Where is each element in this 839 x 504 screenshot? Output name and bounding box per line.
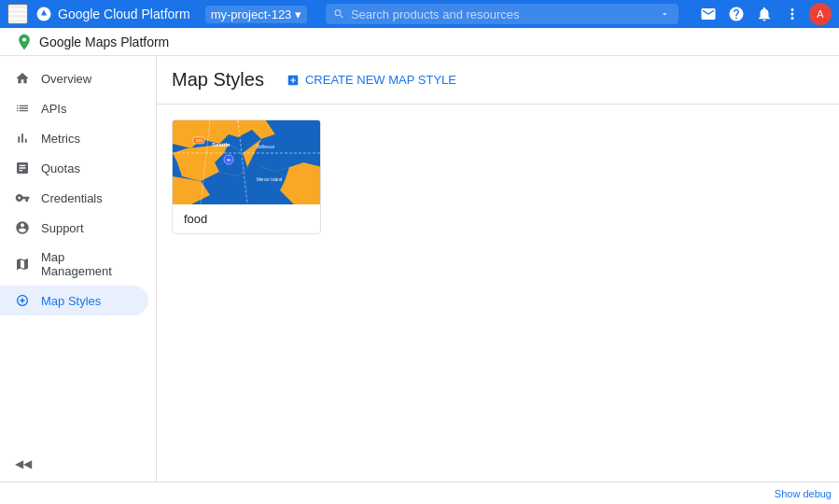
top-header: Google Cloud Platform my-project-123 ▾ A	[0, 0, 839, 28]
search-bar	[326, 4, 678, 24]
map-management-icon	[15, 257, 30, 272]
notifications-icon-button[interactable]	[753, 3, 776, 25]
create-button-label: CREATE NEW MAP STYLE	[305, 73, 456, 87]
main-layout: Overview APIs Metrics Quotas Credentials	[0, 56, 839, 482]
sidebar-item-credentials[interactable]: Credentials	[0, 183, 148, 213]
content-body: Seattle Bellevue Mercer Island 90 520 fo…	[157, 105, 839, 482]
sidebar-item-apis[interactable]: APIs	[0, 93, 148, 123]
create-new-map-style-button[interactable]: CREATE NEW MAP STYLE	[279, 67, 464, 92]
collapse-icon: ◀◀	[15, 457, 32, 470]
map-style-card-food[interactable]: Seattle Bellevue Mercer Island 90 520 fo…	[172, 119, 321, 234]
content-header: Map Styles CREATE NEW MAP STYLE	[157, 56, 839, 105]
svg-text:Bellevue: Bellevue	[257, 144, 274, 149]
sidebar-label-metrics: Metrics	[41, 132, 80, 146]
search-dropdown-icon[interactable]	[659, 7, 671, 21]
sidebar-label-map-management: Map Management	[41, 250, 133, 278]
map-style-name: food	[173, 204, 320, 233]
gmp-title: Google Maps Platform	[39, 35, 169, 49]
search-icon	[333, 7, 345, 21]
sidebar-item-support[interactable]: Support	[0, 213, 148, 243]
sidebar-item-overview[interactable]: Overview	[0, 63, 148, 93]
user-avatar[interactable]: A	[809, 3, 832, 25]
sidebar: Overview APIs Metrics Quotas Credentials	[0, 56, 157, 482]
hamburger-menu-button[interactable]	[7, 4, 28, 24]
sidebar-item-map-management[interactable]: Map Management	[0, 243, 148, 286]
project-name: my-project-123	[211, 7, 292, 21]
credentials-icon	[15, 190, 30, 205]
gcp-logo: Google Cloud Platform	[35, 6, 190, 22]
help-icon-button[interactable]	[725, 3, 748, 25]
svg-rect-1	[9, 13, 26, 15]
gmp-logo: Google Maps Platform	[15, 33, 169, 51]
content-area: Map Styles CREATE NEW MAP STYLE	[157, 56, 839, 482]
dropdown-chevron: ▾	[295, 7, 301, 21]
show-debug-link[interactable]: Show debug	[775, 488, 832, 499]
gcp-title: Google Cloud Platform	[58, 7, 190, 21]
sidebar-label-map-styles: Map Styles	[41, 294, 101, 308]
metrics-icon	[15, 131, 30, 146]
map-style-preview: Seattle Bellevue Mercer Island 90 520	[173, 120, 321, 204]
project-selector[interactable]: my-project-123 ▾	[205, 6, 308, 23]
add-icon	[287, 74, 300, 87]
sidebar-item-quotas[interactable]: Quotas	[0, 153, 148, 183]
svg-point-4	[22, 37, 26, 41]
sidebar-item-metrics[interactable]: Metrics	[0, 123, 148, 153]
svg-rect-2	[9, 18, 26, 20]
search-input[interactable]	[351, 7, 654, 21]
maps-logo-icon	[15, 33, 34, 51]
page-title: Map Styles	[172, 69, 264, 91]
quotas-icon	[15, 161, 30, 175]
svg-text:Seattle: Seattle	[212, 142, 231, 147]
svg-rect-0	[9, 8, 26, 10]
home-icon	[15, 71, 30, 86]
bottom-bar: Show debug	[0, 482, 839, 504]
email-icon-button[interactable]	[697, 3, 720, 25]
header-icons: A	[697, 3, 832, 25]
sidebar-item-map-styles[interactable]: Map Styles	[0, 286, 148, 315]
second-header: Google Maps Platform	[0, 28, 839, 56]
more-options-button[interactable]	[781, 3, 804, 25]
svg-text:520: 520	[196, 138, 203, 143]
sidebar-bottom: ◀◀	[0, 446, 156, 482]
sidebar-label-apis: APIs	[41, 102, 66, 116]
apis-icon	[15, 101, 30, 116]
sidebar-label-overview: Overview	[41, 72, 91, 86]
support-icon	[15, 220, 30, 235]
sidebar-label-credentials: Credentials	[41, 191, 103, 205]
svg-text:90: 90	[227, 158, 231, 162]
map-styles-icon	[15, 293, 30, 308]
svg-text:Mercer Island: Mercer Island	[257, 177, 283, 182]
sidebar-label-quotas: Quotas	[41, 161, 80, 175]
sidebar-label-support: Support	[41, 221, 84, 235]
collapse-sidebar-button[interactable]: ◀◀	[11, 454, 156, 474]
